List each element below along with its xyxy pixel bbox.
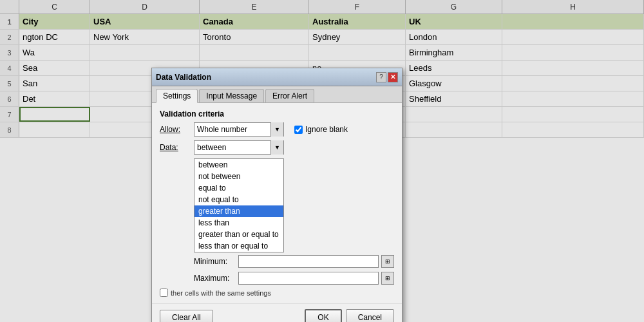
dialog-footer: Clear All OK Cancel	[152, 303, 402, 322]
ignore-blank-label: Ignore blank	[305, 125, 348, 134]
dropdown-item-greater-than[interactable]: greater than	[194, 205, 283, 217]
data-validation-dialog: Data Validation ? ✕ Settings Input Messa…	[151, 68, 402, 322]
close-icon: ✕	[390, 73, 395, 80]
dropdown-item-less-than[interactable]: less than	[194, 217, 283, 229]
data-dropdown-list[interactable]: between not between equal to not equal t…	[194, 158, 284, 252]
allow-label: Allow:	[160, 125, 189, 134]
dialog-settings-content: Validation criteria Allow: Whole number …	[152, 102, 402, 303]
apply-label: ther cells with the same settings	[171, 289, 271, 297]
tab-input-message[interactable]: Input Message	[199, 89, 264, 102]
dialog-tabs: Settings Input Message Error Alert	[152, 86, 402, 102]
input-area: Minimum: ⊞ Maximum: ⊞	[194, 255, 394, 285]
allow-row: Allow: Whole number ▼ Ignore blank	[160, 122, 394, 137]
maximum-row: Maximum: ⊞	[194, 272, 394, 285]
dropdown-item-not-between[interactable]: not between	[194, 171, 283, 182]
dialog-close-button[interactable]: ✕	[388, 72, 398, 82]
apply-row: ther cells with the same settings	[160, 289, 394, 297]
maximum-ref-button[interactable]: ⊞	[381, 272, 394, 285]
maximum-input[interactable]	[238, 272, 379, 285]
ignore-blank-row: Ignore blank	[294, 125, 348, 134]
dialog-controls: ? ✕	[376, 72, 398, 82]
dialog-help-button[interactable]: ?	[376, 72, 386, 82]
allow-select-arrow[interactable]: ▼	[270, 122, 283, 137]
allow-select[interactable]: Whole number ▼	[194, 122, 284, 137]
minimum-ref-button[interactable]: ⊞	[381, 255, 394, 268]
dialog-title: Data Validation	[156, 73, 211, 82]
help-icon: ?	[379, 73, 383, 80]
dialog-overlay: Data Validation ? ✕ Settings Input Messa…	[0, 0, 644, 322]
ref-icon-1: ⊞	[385, 258, 390, 265]
data-select-arrow[interactable]: ▼	[270, 140, 283, 155]
apply-checkbox[interactable]	[160, 289, 168, 297]
data-label: Data:	[160, 143, 189, 152]
cancel-button[interactable]: Cancel	[346, 309, 394, 322]
tab-error-alert[interactable]: Error Alert	[265, 89, 314, 102]
ok-button[interactable]: OK	[305, 309, 341, 322]
clear-all-button[interactable]: Clear All	[160, 310, 213, 322]
validation-criteria-title: Validation criteria	[160, 109, 394, 118]
allow-select-value: Whole number	[194, 125, 270, 134]
tab-settings[interactable]: Settings	[156, 89, 198, 103]
maximum-label: Maximum:	[194, 274, 236, 283]
ref-icon-2: ⊞	[385, 275, 390, 281]
ok-cancel-group: OK Cancel	[305, 309, 394, 322]
dropdown-item-not-equal-to[interactable]: not equal to	[194, 194, 283, 205]
dropdown-item-greater-than-or-equal[interactable]: greater than or equal to	[194, 229, 283, 240]
ignore-blank-checkbox[interactable]	[294, 126, 303, 134]
data-row: Data: between ▼	[160, 140, 394, 155]
dialog-titlebar: Data Validation ? ✕	[152, 68, 402, 86]
arrow-down-icon: ▼	[274, 126, 280, 133]
arrow-down-icon-2: ▼	[274, 144, 280, 151]
data-select[interactable]: between ▼	[194, 140, 284, 155]
data-select-value: between	[194, 143, 270, 152]
dropdown-item-less-than-or-equal[interactable]: less than or equal to	[194, 240, 283, 252]
minimum-row: Minimum: ⊞	[194, 255, 394, 268]
dropdown-item-between[interactable]: between	[194, 159, 283, 171]
minimum-label: Minimum:	[194, 257, 236, 266]
minimum-input[interactable]	[238, 255, 379, 268]
dropdown-item-equal-to[interactable]: equal to	[194, 182, 283, 194]
